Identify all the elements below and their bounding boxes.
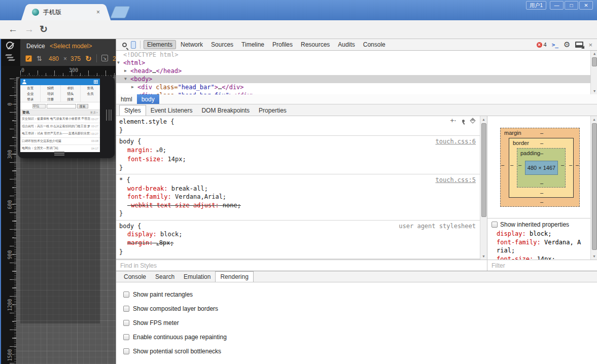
collapse-arrow-icon[interactable]: ▶ bbox=[131, 83, 134, 91]
refresh-icon[interactable]: ↻ bbox=[85, 54, 92, 63]
box-model-content[interactable]: 480 × 1467 bbox=[525, 161, 558, 175]
device-width-field[interactable]: 480 bbox=[49, 55, 59, 62]
continuous-repaint-checkbox[interactable] bbox=[123, 334, 129, 340]
computed-property[interactable]: font-size: 14px; bbox=[497, 255, 583, 260]
margin-top-value[interactable]: – bbox=[538, 130, 545, 136]
drawer-tab-rendering[interactable]: Rendering bbox=[215, 271, 253, 282]
computed-property[interactable]: font-family: Verdana, Arial; bbox=[497, 238, 583, 255]
crumb-html[interactable]: html bbox=[116, 94, 137, 104]
expand-arrow-icon[interactable]: ▼ bbox=[124, 75, 127, 83]
border-top-value[interactable]: – bbox=[538, 140, 545, 146]
list-item[interactable]: 安全知识：健康体检 电气设备大修小修要求 不容忽视03-27 bbox=[20, 116, 100, 123]
tab-resources[interactable]: Resources bbox=[297, 40, 333, 49]
close-button[interactable]: ✕ bbox=[579, 1, 593, 10]
tab-audits[interactable]: Audits bbox=[334, 40, 358, 49]
browser-tab[interactable]: 手机版 × bbox=[28, 4, 104, 20]
style-rule-star-touch[interactable]: * { touch.css:5 word-break: break-all; f… bbox=[116, 174, 480, 221]
dom-node-div-headbar[interactable]: ▶<div class="head_bar">…</div> bbox=[116, 83, 597, 91]
dom-node-doctype[interactable]: <!DOCTYPE html> bbox=[116, 51, 597, 59]
collapse-arrow-icon[interactable]: ▶ bbox=[124, 67, 127, 75]
stylesheet-link[interactable]: touch.css:6 bbox=[436, 137, 476, 146]
tab-sources[interactable]: Sources bbox=[207, 40, 237, 49]
rendering-option[interactable]: Show potential scroll bottlenecks bbox=[123, 344, 597, 358]
resize-grip-right[interactable] bbox=[106, 110, 112, 121]
padding-right-value[interactable]: – bbox=[559, 162, 566, 168]
tab-dom-breakpoints[interactable]: DOM Breakpoints bbox=[197, 105, 254, 116]
dom-node-head[interactable]: ▶<head>…</head> bbox=[116, 67, 597, 75]
tab-close-icon[interactable]: × bbox=[96, 9, 100, 16]
list-item[interactable]: 口碑环智技术交流系统介绍篇03-08 bbox=[20, 138, 100, 145]
scroll-down-icon[interactable]: ▼ bbox=[592, 254, 596, 258]
fit-to-window-icon[interactable]: ↘ bbox=[101, 55, 108, 61]
padding-left-value[interactable]: – bbox=[516, 162, 523, 168]
nav-link[interactable]: 搜索 bbox=[60, 96, 80, 102]
scroll-down-icon[interactable]: ▼ bbox=[482, 254, 485, 258]
reload-icon[interactable]: ↻ bbox=[40, 20, 48, 39]
paint-rectangles-checkbox[interactable] bbox=[123, 292, 129, 298]
close-devtools-icon[interactable]: × bbox=[588, 41, 592, 49]
margin-left-value[interactable]: – bbox=[499, 162, 506, 168]
minimize-button[interactable]: — bbox=[550, 1, 564, 10]
list-item[interactable]: 电工培训：试点 管控严无尽头——直通高薪职业发展通道03-27 bbox=[20, 130, 100, 138]
emulation-checkbox[interactable]: ✓ bbox=[25, 55, 32, 62]
style-rule-body-ua[interactable]: body { user agent stylesheet display: bl… bbox=[116, 221, 480, 259]
scrollbar-thumb[interactable] bbox=[592, 123, 597, 250]
css-property[interactable]: font-size: 14px; bbox=[119, 155, 477, 164]
grid-menu-icon[interactable] bbox=[94, 80, 98, 84]
new-style-rule-icon[interactable]: +▾ bbox=[450, 118, 456, 123]
stylesheet-link[interactable]: touch.css:5 bbox=[436, 176, 476, 185]
padding-bottom-value[interactable]: – bbox=[538, 180, 545, 186]
tab-timeline[interactable]: Timeline bbox=[238, 40, 268, 49]
crumb-body[interactable]: body bbox=[137, 94, 159, 104]
styles-scrollbar[interactable]: ▲ ▼ bbox=[480, 116, 487, 260]
dom-node-html[interactable]: ▼<html> bbox=[116, 59, 597, 67]
metrics-scrollbar[interactable]: ▲ ▼ bbox=[590, 116, 597, 260]
drawer-tab-console[interactable]: Console bbox=[119, 272, 151, 282]
nav-link[interactable]: 注册 bbox=[40, 96, 60, 102]
inspect-icon[interactable] bbox=[122, 43, 127, 47]
css-property[interactable]: word-break: break-all; bbox=[119, 185, 477, 193]
tab-elements[interactable]: Elements bbox=[144, 40, 176, 49]
tab-console[interactable]: Console bbox=[360, 40, 389, 49]
search-input[interactable] bbox=[47, 104, 76, 108]
rendering-option[interactable]: Enable continuous page repainting bbox=[123, 330, 597, 344]
scroll-up-icon[interactable]: ▲ bbox=[482, 118, 485, 121]
computed-property[interactable]: display: block; bbox=[497, 230, 583, 238]
console-prompt-icon[interactable]: >_ bbox=[552, 42, 558, 48]
device-model-select[interactable]: <Select model> bbox=[50, 43, 92, 50]
find-in-styles-input[interactable] bbox=[116, 260, 487, 271]
drag-handle-icon[interactable] bbox=[54, 151, 64, 157]
color-format-icon[interactable] bbox=[470, 118, 475, 123]
user-icon[interactable] bbox=[22, 80, 26, 84]
css-property[interactable]: margin: ▶0; bbox=[119, 146, 477, 156]
dock-side-icon[interactable] bbox=[575, 42, 583, 48]
css-property-invalid[interactable]: ⚠-webkit-text-size-adjust: none; bbox=[119, 201, 477, 210]
border-left-value[interactable]: – bbox=[508, 162, 515, 168]
emulated-page[interactable]: 首页 招聘 求职 资讯 企业 培训 猎头 会员 登录 注册 搜索 职位 搜索 bbox=[20, 79, 100, 152]
maximize-button[interactable]: □ bbox=[565, 1, 578, 10]
device-height-field[interactable]: 375 bbox=[71, 55, 81, 62]
search-button[interactable]: 搜索 bbox=[77, 104, 88, 108]
show-inherited-checkbox[interactable] bbox=[491, 222, 498, 228]
border-right-value[interactable]: – bbox=[567, 162, 574, 168]
scrollbar-thumb[interactable] bbox=[592, 57, 597, 66]
nav-link[interactable]: 求职 bbox=[60, 85, 80, 91]
gear-icon[interactable]: ⚙ bbox=[564, 40, 570, 49]
style-rule-body-touch[interactable]: body { touch.css:6 margin: ▶0; font-size… bbox=[116, 136, 480, 174]
drawer-tab-search[interactable]: Search bbox=[151, 272, 179, 282]
margin-right-value[interactable]: – bbox=[574, 162, 581, 168]
nav-link[interactable]: 首页 bbox=[20, 85, 40, 91]
scroll-down-icon[interactable]: ▼ bbox=[591, 89, 597, 93]
nav-link[interactable]: 会员 bbox=[80, 91, 100, 96]
style-rule-element-style[interactable]: element.style { } +▾ bbox=[116, 116, 480, 136]
css-property[interactable]: font-family: Verdana,Arial; bbox=[119, 193, 477, 201]
block-overrides-icon[interactable] bbox=[6, 42, 14, 49]
css-property-overridden[interactable]: margin: ▶8px; bbox=[119, 239, 477, 248]
tab-styles[interactable]: Styles bbox=[119, 105, 146, 116]
search-category-select[interactable]: 职位 bbox=[32, 104, 46, 108]
nav-link[interactable]: 登录 bbox=[20, 96, 40, 102]
rendering-option[interactable]: Show paint rectangles bbox=[123, 287, 597, 302]
tab-event-listeners[interactable]: Event Listeners bbox=[146, 105, 197, 116]
nav-link[interactable]: 培训 bbox=[40, 91, 60, 96]
dom-tree-scrollbar[interactable]: ▲ ▼ bbox=[590, 51, 597, 94]
